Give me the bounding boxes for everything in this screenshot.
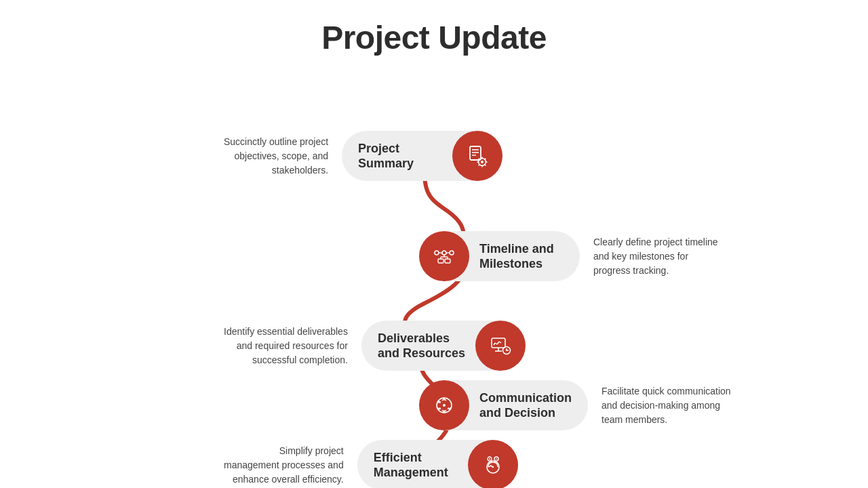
svg-point-15 (442, 251, 446, 255)
svg-line-29 (495, 343, 497, 344)
svg-point-5 (481, 161, 484, 163)
item-communication: Communicationand Decision Facilitate qui… (419, 380, 731, 430)
svg-rect-19 (438, 259, 443, 263)
svg-rect-20 (445, 259, 450, 263)
desc-communication: Facilitate quick communicationand decisi… (601, 384, 731, 427)
label-timeline: Timeline andMilestones (479, 241, 554, 272)
svg-line-11 (485, 165, 486, 166)
desc-timeline: Clearly define project timelineand key m… (593, 235, 718, 278)
icon-efficient (468, 440, 518, 488)
item-project-summary: Succinctly outline projectobjectives, sc… (224, 131, 502, 181)
svg-point-35 (506, 350, 507, 351)
page-title-container: Project Update (0, 0, 868, 56)
icon-project-summary (452, 131, 502, 181)
item-efficient: Simplify projectmanagement processes and… (224, 440, 518, 488)
svg-line-13 (479, 165, 480, 166)
svg-point-46 (492, 466, 493, 468)
icon-timeline (419, 231, 469, 281)
page-title: Project Update (0, 0, 868, 56)
label-project-summary: ProjectSummary (358, 141, 414, 171)
item-timeline: Timeline andMilestones Clearly define pr… (419, 231, 718, 281)
svg-point-14 (435, 251, 439, 255)
svg-line-30 (497, 342, 499, 344)
label-efficient: EfficientManagement (374, 450, 448, 481)
svg-line-12 (485, 159, 486, 160)
icon-deliverables (475, 321, 526, 371)
network-nodes-icon (431, 243, 457, 269)
desc-efficient: Simplify projectmanagement processes and… (224, 444, 344, 487)
monitor-chart-icon (488, 333, 513, 359)
item-deliverables: Identify essential deliverablesand requi… (224, 321, 526, 371)
arrows-circle-icon (431, 392, 457, 418)
label-deliverables: Deliverablesand Resources (378, 331, 465, 361)
svg-rect-0 (470, 146, 481, 160)
svg-point-16 (450, 251, 454, 255)
svg-line-10 (479, 159, 480, 160)
gauge-clock-icon (480, 452, 506, 478)
label-communication: Communicationand Decision (479, 390, 572, 421)
desc-deliverables: Identify essential deliverablesand requi… (224, 325, 348, 367)
main-content: Succinctly outline projectobjectives, sc… (0, 63, 868, 488)
svg-point-42 (443, 404, 446, 407)
svg-line-31 (499, 342, 501, 343)
icon-communication (419, 380, 469, 430)
document-gear-icon (465, 143, 490, 169)
desc-project-summary: Succinctly outline projectobjectives, sc… (224, 135, 328, 178)
